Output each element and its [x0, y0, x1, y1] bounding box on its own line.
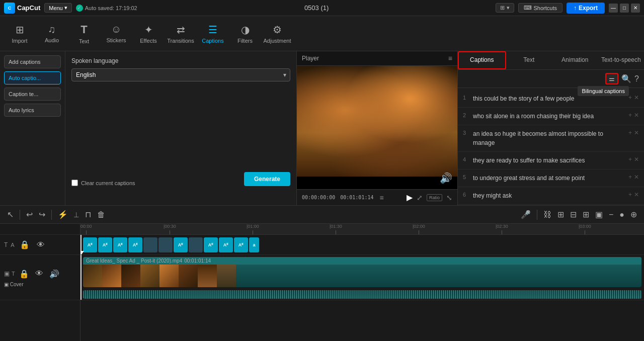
add-caption-button[interactable]: + [628, 129, 632, 136]
caption-track: Aᴱ Aᴱ Aᴱ Aᴱ Aᴱ Aᴱ Aᴱ Aᴱ a [80, 235, 644, 255]
tool-transitions[interactable]: ⇄ Transitions [165, 19, 196, 49]
caption-chip-7[interactable]: Aᴱ [174, 237, 188, 252]
caption-chip-2[interactable]: Aᴱ [98, 237, 112, 252]
separator-1 [20, 210, 20, 220]
play-button[interactable]: ▶ [407, 193, 413, 202]
caption-chip-6[interactable] [158, 237, 173, 252]
cover-button[interactable]: ▣ Cover [4, 282, 76, 287]
caption-chip-8[interactable] [189, 237, 203, 252]
caption-text[interactable]: to undergo great stress and at some poin… [473, 174, 625, 183]
split-audio-button[interactable]: ⟂ [72, 209, 81, 220]
add-caption-button[interactable]: + [628, 94, 632, 101]
delete-caption-button[interactable]: ✕ [634, 94, 639, 101]
player-menu-icon[interactable]: ≡ [448, 54, 452, 62]
keyboard-icon: ⌨ [524, 5, 532, 11]
caption-chip-4[interactable]: Aᴱ [128, 237, 142, 252]
tab-text[interactable]: Text [506, 51, 552, 69]
list-view-icon[interactable]: ≡ [379, 194, 383, 202]
main-playhead [80, 255, 82, 300]
add-captions-button[interactable]: Add captions [4, 55, 61, 68]
caption-number: 3 [463, 130, 470, 136]
caption-chip-9[interactable]: Aᴱ [204, 237, 218, 252]
caption-chip-3[interactable]: Aᴱ [113, 237, 127, 252]
auto-caption-button[interactable]: Auto captio... [4, 71, 61, 84]
lock-main-button[interactable]: 🔒 [17, 268, 31, 280]
tool-import[interactable]: ⊞ Import [4, 19, 35, 49]
ripple-button[interactable]: ⊟ [568, 209, 579, 220]
bilingual-captions-button[interactable]: ⚌ [605, 73, 618, 84]
timeline-section: ↖ ↩ ↪ ⚡ ⟂ ⊓ 🗑 🎤 ⛓ ⊞ ⊟ ⊞ ▣ − ● ⊕ T A [0, 205, 644, 341]
tab-animation[interactable]: Animation [552, 51, 598, 69]
close-button[interactable]: ✕ [631, 4, 640, 13]
auto-lyrics-button[interactable]: Auto lyrics [4, 104, 61, 117]
tool-adjustment[interactable]: ⚙ Adjustment [262, 19, 293, 49]
tab-text-to-speech[interactable]: Text-to-speech [598, 51, 645, 69]
shortcuts-button[interactable]: ⌨ Shortcuts [518, 3, 562, 13]
search-captions-button[interactable]: 🔍 [621, 74, 631, 83]
fit-button[interactable]: ⊕ [628, 209, 639, 220]
mute-main-button[interactable]: 🔊 [47, 268, 61, 280]
hide-main-button[interactable]: 👁 [33, 268, 45, 279]
crop-button[interactable]: ⊓ [83, 209, 93, 220]
tool-captions[interactable]: ☰ Captions [197, 19, 228, 49]
expand-icon[interactable]: ⤡ [446, 194, 452, 202]
caption-chip-11[interactable]: Aᴱ [234, 237, 248, 252]
mark-30: |00:30 [164, 224, 176, 234]
main-video-clip[interactable]: Great Ideas_ Spec Ad _ Post-it (2020).mp… [83, 257, 641, 287]
tool-filters[interactable]: ◑ Filters [229, 19, 261, 49]
add-caption-button[interactable]: + [628, 112, 632, 119]
delete-caption-button[interactable]: ✕ [634, 112, 639, 119]
undo-button[interactable]: ↩ [24, 209, 35, 220]
player-controls: 00:00:00:00 00:01:01:14 ≡ ▶ ⤢ Ratio ⤡ [297, 189, 457, 205]
magnet-button[interactable]: ⊞ [555, 209, 566, 220]
add-caption-button[interactable]: + [628, 174, 632, 181]
monitor-button[interactable]: ⊞ ▾ [496, 3, 514, 13]
caption-text[interactable]: who sit alone in a room chasing their bi… [473, 112, 625, 121]
help-button[interactable]: ? [634, 74, 639, 83]
tool-stickers[interactable]: ☺ Stickers [101, 19, 132, 49]
caption-item-actions: + ✕ [628, 191, 639, 198]
caption-text[interactable]: an idea so huge it becomes almost imposs… [473, 129, 625, 147]
add-caption-button[interactable]: + [628, 156, 632, 163]
mic-button[interactable]: 🎤 [519, 209, 533, 220]
caption-text[interactable]: they are ready to suffer to make sacrifi… [473, 156, 625, 165]
select-tool-button[interactable]: ↖ [5, 209, 16, 220]
delete-caption-button[interactable]: ✕ [634, 174, 639, 181]
expand-track-button[interactable]: ⊞ [581, 209, 591, 220]
delete-caption-button[interactable]: ✕ [634, 129, 639, 136]
generate-button[interactable]: Generate [244, 172, 290, 186]
tool-audio[interactable]: ♫ Audio [36, 19, 67, 49]
tool-text[interactable]: T Text [68, 19, 100, 49]
zoom-in-button[interactable]: ● [617, 209, 626, 220]
zoom-out-button[interactable]: − [607, 209, 615, 220]
delete-button[interactable]: 🗑 [95, 209, 107, 220]
split-button[interactable]: ⚡ [56, 209, 70, 220]
lock-track-button[interactable]: 🔒 [18, 239, 32, 250]
redo-button[interactable]: ↪ [37, 209, 47, 220]
minimize-button[interactable]: — [609, 4, 618, 13]
fullscreen-icon[interactable]: ⤢ [417, 194, 423, 202]
language-select[interactable]: English Spanish French German Chinese Ja… [71, 68, 290, 81]
caption-chip-12[interactable]: a [249, 237, 259, 252]
maximize-button[interactable]: □ [620, 4, 629, 13]
adjustment-icon: ⚙ [273, 24, 282, 36]
caption-chip-10[interactable]: Aᴱ [219, 237, 233, 252]
delete-caption-button[interactable]: ✕ [634, 191, 639, 198]
caption-chip-1[interactable]: Aᴱ [83, 237, 97, 252]
delete-caption-button[interactable]: ✕ [634, 156, 639, 163]
tool-effects[interactable]: ✦ Effects [133, 19, 164, 49]
menu-button[interactable]: Menu ▾ [44, 3, 72, 13]
hide-track-button[interactable]: 👁 [35, 239, 47, 250]
clip-link-button[interactable]: ⛓ [541, 209, 553, 220]
caption-chip-5[interactable] [143, 237, 157, 252]
clear-captions-checkbox[interactable] [71, 180, 78, 186]
add-caption-button[interactable]: + [628, 191, 632, 198]
tab-captions[interactable]: Captions [458, 51, 506, 69]
preview-button[interactable]: ▣ [593, 209, 605, 220]
export-button[interactable]: ↑ Export [567, 3, 605, 14]
thumb-7 [198, 265, 217, 287]
caption-template-button[interactable]: Caption te... [4, 88, 61, 101]
mark-100: |01:00 [247, 224, 259, 234]
ratio-button[interactable]: Ratio [427, 194, 442, 201]
caption-text[interactable]: they might ask [473, 191, 625, 200]
